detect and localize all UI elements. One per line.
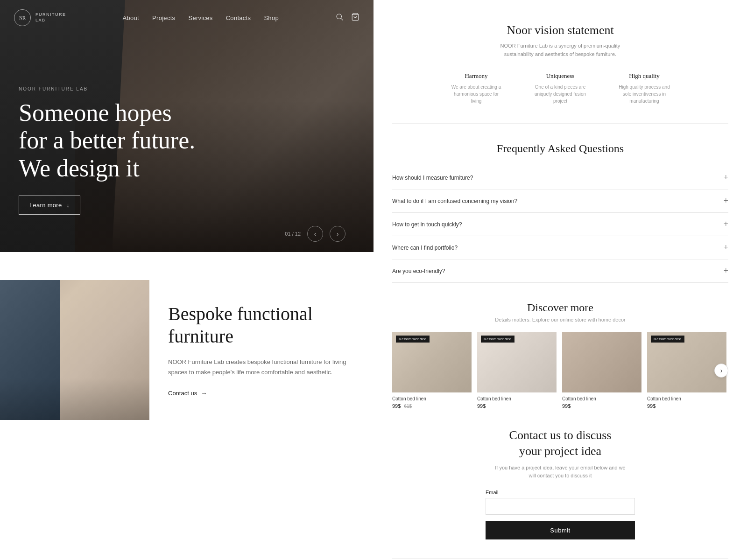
product-price-3: 99$ [647, 403, 726, 409]
bespoke-image [0, 280, 149, 420]
submit-button[interactable]: Submit [486, 521, 635, 539]
discover-title: Discover more [392, 301, 728, 314]
faq-question-1: What to do if I am confused concerning m… [392, 198, 517, 204]
faq-expand-icon-3: + [724, 243, 728, 252]
logo: NR FURNITURE LAB [14, 9, 66, 26]
faq-item-4[interactable]: Are you eco-friendly? + [392, 259, 728, 283]
faq-question-2: How to get in touch quickly? [392, 221, 462, 228]
product-card-1[interactable]: Recommended Cotton bed linen 99$ [477, 332, 557, 409]
nav-contacts[interactable]: Contacts [226, 14, 251, 21]
faq-item-0[interactable]: How should I measure furniture? + [392, 166, 728, 189]
faq-question-4: Are you eco-friendly? [392, 268, 445, 274]
discover-scroll-button[interactable]: › [714, 364, 728, 378]
nav-links: About Projects Services Contacts Shop [123, 14, 279, 22]
discover-section: Discover more Details matters. Explore o… [392, 301, 728, 409]
vision-subtitle: NOOR Furniture Lab is a synergy of premi… [495, 42, 626, 58]
nav-projects[interactable]: Projects [152, 14, 175, 21]
faq-expand-icon-1: + [724, 196, 728, 206]
pillar-harmony: Harmony We are about creating a harmonio… [448, 72, 504, 105]
bespoke-title: Bespoke functional furniture [168, 303, 350, 348]
hero-section: NR FURNITURE LAB About Projects Services… [0, 0, 374, 252]
product-price-2: 99$ [562, 403, 641, 409]
faq-item-2[interactable]: How to get in touch quickly? + [392, 213, 728, 236]
hero-content: NOOR FURNITURE LAB Someone hopes for a b… [19, 86, 195, 215]
nav-shop[interactable]: Shop [264, 14, 279, 21]
pillar-quality-text: High quality process and sole inventiven… [616, 84, 672, 105]
product-price-1: 99$ [477, 403, 557, 409]
pillar-harmony-title: Harmony [448, 72, 504, 80]
faq-section: Frequently Asked Questions How should I … [392, 142, 728, 283]
nav-icon-group [335, 13, 359, 23]
hero-slider-controls: 01 / 12 ‹ › [285, 226, 345, 242]
right-panel: Noor vision statement NOOR Furniture Lab… [374, 0, 747, 560]
search-icon[interactable] [335, 13, 344, 23]
pillar-uniqueness-title: Uniqueness [532, 72, 588, 80]
svg-point-0 [337, 14, 342, 19]
footer: NR 2023 All rights reserved Privacy Poli… [392, 558, 728, 560]
faq-expand-icon-0: + [724, 173, 728, 182]
pillar-quality-title: High quality [616, 72, 672, 80]
product-price-0: 99$ 61$ [392, 403, 472, 409]
product-image-2 [562, 332, 641, 392]
hero-next-button[interactable]: › [330, 226, 345, 242]
faq-expand-icon-4: + [724, 266, 728, 276]
nav-about[interactable]: About [123, 14, 139, 21]
arrow-right-icon: → [201, 390, 207, 397]
svg-line-1 [341, 18, 343, 20]
faq-item-3[interactable]: Where can I find portfolio? + [392, 236, 728, 259]
nav-services[interactable]: Services [188, 14, 212, 21]
contact-section: Contact us to discuss your project idea … [392, 427, 728, 539]
bespoke-section: Bespoke functional furniture NOOR Furnit… [0, 252, 374, 448]
product-badge-1: Recommended [481, 336, 514, 343]
slide-counter: 01 / 12 [285, 231, 301, 237]
product-image-3: Recommended [647, 332, 726, 392]
product-grid: Recommended Cotton bed linen 99$ 61$ Rec… [392, 332, 728, 409]
pillar-uniqueness-text: One of a kind pieces are uniquely design… [532, 84, 588, 105]
contact-subtitle: If you have a project idea, leave your e… [495, 464, 626, 480]
cart-icon[interactable] [351, 13, 359, 23]
hero-title: Someone hopes for a better future. We de… [19, 99, 195, 182]
faq-question-3: Where can I find portfolio? [392, 245, 458, 251]
hero-brand: NOOR FURNITURE LAB [19, 86, 195, 91]
faq-expand-icon-2: + [724, 219, 728, 229]
email-label: Email [486, 490, 635, 495]
product-card-0[interactable]: Recommended Cotton bed linen 99$ 61$ [392, 332, 472, 409]
arrow-down-icon: ↓ [66, 202, 70, 209]
left-panel: NR FURNITURE LAB About Projects Services… [0, 0, 374, 560]
product-image-1: Recommended [477, 332, 557, 392]
product-name-2: Cotton bed linen [562, 396, 641, 401]
navbar: NR FURNITURE LAB About Projects Services… [0, 0, 374, 35]
faq-item-1[interactable]: What to do if I am confused concerning m… [392, 189, 728, 213]
product-name-1: Cotton bed linen [477, 396, 557, 401]
product-image-0: Recommended [392, 332, 472, 392]
contact-title: Contact us to discuss your project idea [392, 427, 728, 459]
discover-subtitle: Details matters. Explore our online stor… [392, 317, 728, 322]
faq-question-0: How should I measure furniture? [392, 175, 473, 181]
vision-title: Noor vision statement [392, 23, 728, 37]
product-card-2[interactable]: Cotton bed linen 99$ [562, 332, 641, 409]
product-name-0: Cotton bed linen [392, 396, 472, 401]
logo-icon: NR [14, 9, 31, 26]
contact-form: Email Submit [486, 490, 635, 539]
pillar-uniqueness: Uniqueness One of a kind pieces are uniq… [532, 72, 588, 105]
email-field[interactable] [486, 498, 635, 515]
bespoke-body: NOOR Furniture Lab creates bespoke funct… [168, 357, 350, 378]
faq-title: Frequently Asked Questions [392, 142, 728, 155]
logo-text: FURNITURE LAB [35, 12, 66, 23]
vision-section: Noor vision statement NOOR Furniture Lab… [392, 14, 728, 124]
hero-cta-button[interactable]: Learn more ↓ [19, 196, 80, 215]
pillar-harmony-text: We are about creating a harmonious space… [448, 84, 504, 105]
bespoke-contact-link[interactable]: Contact us → [168, 390, 207, 397]
pillar-quality: High quality High quality process and so… [616, 72, 672, 105]
product-badge-3: Recommended [651, 336, 684, 343]
product-badge-0: Recommended [396, 336, 430, 343]
vision-pillars: Harmony We are about creating a harmonio… [392, 72, 728, 105]
product-name-3: Cotton bed linen [647, 396, 726, 401]
bespoke-content: Bespoke functional furniture NOOR Furnit… [168, 303, 359, 397]
hero-prev-button[interactable]: ‹ [307, 226, 323, 242]
